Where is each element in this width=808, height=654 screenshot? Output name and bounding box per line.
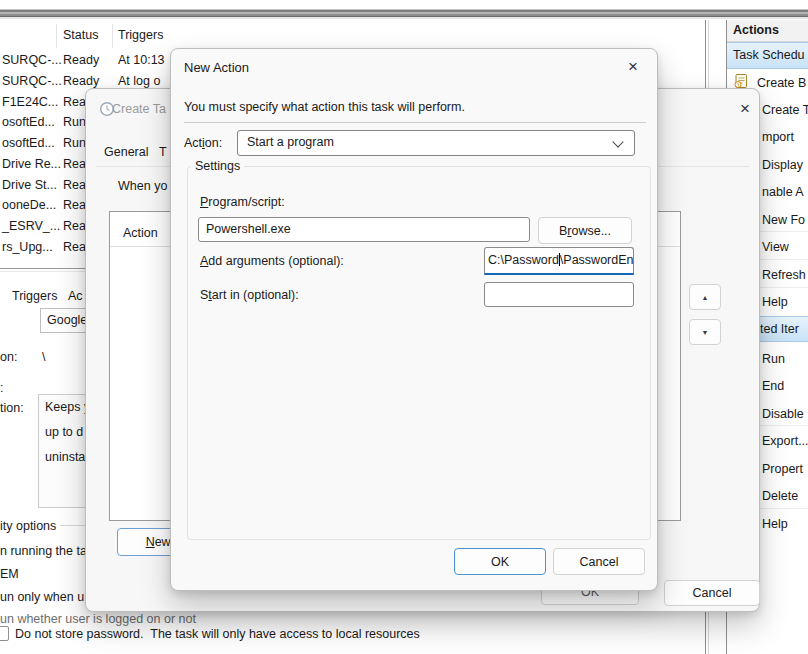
task-name[interactable]: Drive St... [2,178,57,193]
actions-panel-title: Actions [733,23,779,38]
task-name-value: Google [47,313,87,328]
create-basic-task-icon [733,73,749,89]
window-toolbar-edge [0,9,808,19]
add-arguments-value: C:\Password\PasswordEn [488,253,634,268]
add-arguments-input[interactable]: C:\Password\PasswordEn [484,247,634,275]
dialog-message: You must specify what action this task w… [184,100,465,115]
browse-button[interactable]: Browse... [538,217,632,244]
action-item-export[interactable]: Export... [762,434,808,449]
program-script-value: Powershell.exe [206,222,291,237]
description-line: uninsta [45,450,85,465]
action-item-view[interactable]: View [762,240,789,255]
tab-triggers[interactable]: Triggers [12,289,57,304]
action-item-run[interactable]: Run [762,352,785,367]
task-status: Rea [63,240,86,255]
actions-library-label: Task Schedu [733,48,805,63]
task-status: Run [63,115,86,130]
task-status: Rea [63,95,86,110]
cancel-label: Cancel [693,586,732,600]
action-item-enable-history[interactable]: nable A [762,185,804,200]
chevron-down-icon [612,136,623,147]
action-item-help[interactable]: Help [762,295,788,310]
action-item-delete[interactable]: Delete [762,489,798,504]
action-item-import-task[interactable]: mport [762,130,794,145]
message-divider [184,122,646,123]
radio-logged-on-label[interactable]: un only when u [0,590,84,605]
action-item-create-task[interactable]: Create T [762,103,808,118]
action-type-value: Start a program [247,135,334,150]
new-action-dialog: New Action × You must specify what actio… [170,48,658,591]
task-name[interactable]: SURQC-... [2,53,62,68]
selected-item-label: ted Iter [760,322,799,337]
actions-separator [758,287,808,288]
cancel-button[interactable]: Cancel [553,548,645,575]
ok-button[interactable]: OK [454,548,546,575]
tab-general[interactable]: General [104,145,148,160]
close-icon[interactable]: × [628,58,638,75]
up-arrow-icon: ▲ [702,294,709,301]
task-status: Rea [63,178,86,193]
cancel-button[interactable]: Cancel [664,580,760,606]
task-name[interactable]: Drive Re... [2,157,61,172]
column-header-triggers[interactable]: Triggers [118,28,163,43]
action-item-help-selected[interactable]: Help [762,517,788,532]
account-value: EM [0,567,19,582]
tab-actions[interactable]: Ac [68,289,83,304]
action-item-properties[interactable]: Propert [762,462,803,477]
task-name[interactable]: _ESRV_... [2,219,60,234]
store-password-label[interactable]: Do not store password. The task will onl… [15,627,420,642]
actions-separator [758,508,808,509]
task-name[interactable]: F1E24C... [2,95,58,110]
author-label: : [0,381,3,396]
ok-label: OK [491,555,509,569]
location-value: \ [42,350,45,365]
dialog-title: Create Ta [112,102,166,117]
radio-logged-off-label[interactable]: un whether user is logged on or not [0,612,196,627]
tab-triggers-partial[interactable]: T [159,145,167,160]
move-up-button[interactable]: ▲ [689,284,721,310]
program-script-input[interactable]: Powershell.exe [198,217,530,242]
actions-separator [758,425,808,426]
close-icon[interactable]: × [740,100,750,117]
actions-library-header[interactable]: Task Schedu [727,42,808,69]
task-status: Rea [63,157,86,172]
task-name[interactable]: ooneDe... [2,198,56,213]
task-name[interactable]: osoftEd... [2,115,55,130]
account-line: n running the ta [0,544,87,559]
task-trigger: At 10:13 [118,53,165,68]
action-item-refresh[interactable]: Refresh [762,268,806,283]
new-button-mnemonic: N [146,535,155,549]
action-item-disable[interactable]: Disable [762,407,804,422]
action-item-new-folder[interactable]: New Fo [762,213,805,228]
task-name[interactable]: rs_Upg... [2,240,53,255]
action-item-end[interactable]: End [762,379,784,394]
task-status: Ready [63,53,99,68]
move-down-button[interactable]: ▼ [689,319,721,345]
column-header-status[interactable]: Status [63,28,98,43]
task-name[interactable]: SURQC-... [2,74,62,89]
cancel-label: Cancel [580,555,619,569]
actions-list-header[interactable]: Action [123,226,158,241]
store-password-checkbox[interactable] [0,626,9,641]
action-type-select[interactable]: Start a program [237,130,635,156]
browse-label: Browse... [559,224,611,238]
column-separator[interactable] [56,24,57,48]
start-in-label: Start in (optional): [200,288,299,303]
actions-separator [758,259,808,260]
add-arguments-label: Add arguments (optional): [200,254,344,269]
description-line: up to d [45,425,83,440]
task-name[interactable]: osoftEd... [2,136,55,151]
task-status: Run [63,136,86,151]
security-options-heading: ity options [0,519,56,534]
action-item-display-tasks[interactable]: Display [762,158,803,173]
dialog-title: New Action [184,60,249,75]
action-item-create-basic-task[interactable]: Create B [757,76,806,91]
start-in-input[interactable] [484,282,634,307]
down-arrow-icon: ▼ [702,329,709,336]
task-status: Rea [63,219,86,234]
task-trigger: At log o [118,74,160,89]
description-label: tion: [0,401,24,416]
actions-tab-intro: When yo [118,179,167,194]
column-separator[interactable] [112,24,113,48]
location-label: on: [0,350,17,365]
